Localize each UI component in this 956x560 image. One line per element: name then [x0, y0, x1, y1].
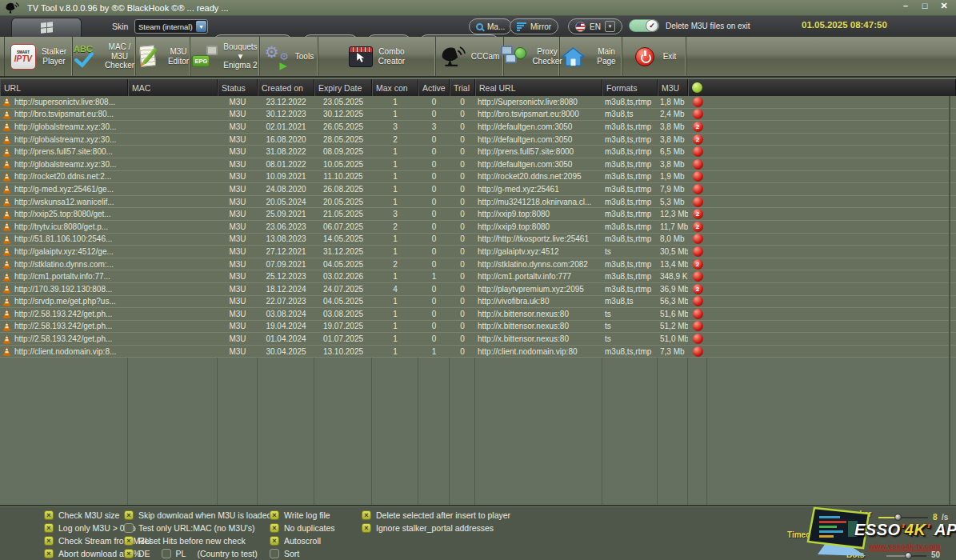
- cell-created: 24.08.2020: [258, 183, 314, 195]
- column-header-active[interactable]: Active: [418, 79, 450, 96]
- table-row[interactable]: http://2.58.193.242/get.ph...M3U03.08.20…: [0, 308, 956, 321]
- option-check-m3u-size[interactable]: ×Check M3U size: [44, 510, 119, 520]
- minimize-button[interactable]: –: [900, 1, 911, 11]
- option-write-log-file[interactable]: ×Write log file: [270, 510, 330, 520]
- cell-status: M3U: [218, 296, 258, 308]
- delete-m3u-toggle[interactable]: ✓: [629, 19, 659, 32]
- column-header-trial[interactable]: Trial: [450, 79, 475, 96]
- status-red-dot-2: 2: [693, 222, 703, 232]
- table-row[interactable]: http://170.39.192.130:808...M3U18.12.202…: [0, 283, 956, 296]
- language-select[interactable]: EN ▼: [568, 18, 622, 34]
- checkbox-unchecked[interactable]: ×: [162, 549, 171, 558]
- ribbon-button-tools[interactable]: ⚙⚙▶Tools: [260, 37, 318, 76]
- ribbon-button-label: M3UEditor: [168, 47, 189, 66]
- ribbon-button-stalker-player[interactable]: SMARTIPTVStalkerPlayer: [4, 37, 73, 76]
- checkbox-checked[interactable]: ×: [44, 523, 54, 533]
- column-header-indicator[interactable]: [688, 79, 956, 96]
- checkbox-checked[interactable]: ×: [362, 510, 371, 520]
- checkbox-checked[interactable]: ×: [124, 536, 134, 546]
- option-autoscroll[interactable]: ×Autoscroll: [270, 536, 321, 546]
- skin-select[interactable]: Steam (internal) ▼: [134, 19, 208, 34]
- cell-formats: m3u8,ts,rtmp: [602, 270, 658, 282]
- cell-trial: 0: [450, 196, 475, 208]
- skin-label: Skin: [112, 22, 128, 31]
- column-header-url[interactable]: URL: [0, 79, 128, 96]
- table-row[interactable]: http://globalstreamz.xyz:30...M3U02.01.2…: [0, 121, 956, 134]
- option-de[interactable]: ×DE×PL(Country to test): [124, 549, 258, 558]
- chevron-down-icon[interactable]: ▼: [196, 21, 206, 32]
- windows-tab[interactable]: [11, 18, 82, 37]
- cell-created: 10.09.2021: [258, 171, 314, 183]
- ribbon-button-bouquets-enigma2[interactable]: EPGBouquets▼Enigma 2: [190, 37, 260, 76]
- scrollbar-track[interactable]: [949, 96, 950, 505]
- mirror-button[interactable]: Mirror: [510, 18, 558, 34]
- option-sort[interactable]: ×Sort: [270, 549, 299, 558]
- table-row[interactable]: http://globalstreamz.xyz:30...M3U16.08.2…: [0, 134, 956, 146]
- option-test-only-url-mac-no-m3u-s[interactable]: ×Test only URL:MAC (no M3U's): [124, 523, 255, 533]
- column-header-created[interactable]: Created on: [258, 79, 314, 96]
- checkbox-checked[interactable]: ×: [270, 536, 279, 546]
- ribbon-button-cccam[interactable]: CCCam: [436, 37, 504, 76]
- checkbox-checked[interactable]: ×: [124, 510, 134, 520]
- option-no-duplicates[interactable]: ×No duplicates: [270, 523, 335, 533]
- column-header-status[interactable]: Status: [218, 79, 258, 96]
- ribbon-button-combo-creator[interactable]: ComboCreator: [318, 37, 436, 76]
- table-row[interactable]: http://srvdp.me/get.php?us...M3U22.07.20…: [0, 296, 956, 309]
- table-row[interactable]: http://bro.tsvipsmart.eu:80...M3U30.12.2…: [0, 109, 956, 122]
- slider-knob[interactable]: [894, 514, 902, 521]
- checkbox-checked[interactable]: ×: [44, 536, 54, 546]
- table-row[interactable]: http://prens.full57.site:800...M3U31.08.…: [0, 146, 956, 158]
- ribbon-button-proxy-checker[interactable]: ProxyChecker: [504, 37, 560, 76]
- table-row[interactable]: http://trytv.icu:8080/get.p...M3U23.06.2…: [0, 221, 956, 234]
- cell-created: 27.12.2021: [258, 246, 314, 258]
- close-button[interactable]: ✕: [938, 1, 950, 11]
- slider-knob[interactable]: [905, 552, 912, 559]
- table-row[interactable]: http://2.58.193.242/get.ph...M3U01.04.20…: [0, 333, 956, 346]
- ribbon-button-main-page[interactable]: Main Page: [560, 37, 622, 76]
- checkbox-checked[interactable]: ×: [44, 510, 54, 520]
- checkbox-checked[interactable]: ×: [362, 523, 371, 533]
- checkbox-checked[interactable]: ×: [44, 549, 54, 558]
- table-row[interactable]: http://wskunsa12.wanicelif...M3U20.05.20…: [0, 196, 956, 209]
- table-row[interactable]: http://galaiptv.xyz:4512/ge...M3U27.12.2…: [0, 246, 956, 258]
- table-row[interactable]: http://cm1.portaltv.info:77...M3U25.12.2…: [0, 270, 956, 283]
- table-row[interactable]: http://globalstreamz.xyz:30...M3U08.01.2…: [0, 158, 956, 171]
- checkbox-unchecked[interactable]: ×: [270, 549, 279, 558]
- column-header-formats[interactable]: Formats: [602, 79, 658, 96]
- checkbox-checked[interactable]: ×: [270, 523, 279, 533]
- table-row[interactable]: http://g-med.xyz:25461/ge...M3U24.08.202…: [0, 183, 956, 196]
- ma-button[interactable]: Ma...: [469, 18, 512, 34]
- option-delete-selected-after-insert-to-player[interactable]: ×Delete selected after insert to player: [362, 510, 510, 520]
- cell-trial: 0: [450, 246, 475, 258]
- table-row[interactable]: http://2.58.193.242/get.ph...M3U19.04.20…: [0, 321, 956, 334]
- chevron-down-icon[interactable]: ▼: [605, 21, 615, 32]
- checkbox-checked[interactable]: ×: [270, 510, 279, 520]
- column-header-max_con[interactable]: Max con: [372, 79, 418, 96]
- table-row[interactable]: http://supersonictv.live:808...M3U23.12.…: [0, 96, 956, 109]
- ribbon-button-m3u-editor[interactable]: M3UEditor: [136, 37, 190, 76]
- column-header-m3u_size[interactable]: M3U: [658, 79, 688, 96]
- ribbon-button-mac-m3u-checker[interactable]: ABCMAC / M3UChecker: [73, 37, 136, 76]
- maximize-button[interactable]: □: [919, 1, 930, 11]
- table-row[interactable]: http://51.81.106.100:2546...M3U13.08.202…: [0, 234, 956, 246]
- column-header-expiry[interactable]: Expiry Date: [314, 79, 372, 96]
- checkbox-checked[interactable]: ×: [124, 549, 134, 558]
- cell-status: M3U: [218, 121, 258, 133]
- status-red-dot-2: 2: [693, 134, 703, 145]
- option-ignore-stalker-portal-addresses[interactable]: ×Ignore stalker_portal addresses: [362, 523, 494, 533]
- option-reset-hits-before-new-check[interactable]: ×Reset Hits before new check: [124, 536, 246, 546]
- cell-real_url: http://http://tkosportz.live:25461: [475, 234, 602, 246]
- vlc-cone-icon: [2, 346, 11, 356]
- option-skip-download-when-m3u-is-loaded[interactable]: ×Skip download when M3U is loaded: [124, 510, 271, 520]
- table-row[interactable]: http://stklatino.dynns.com:...M3U07.09.2…: [0, 258, 956, 271]
- column-header-mac[interactable]: MAC: [128, 79, 218, 96]
- table-row[interactable]: http://rocket20.ddns.net:2...M3U10.09.20…: [0, 171, 956, 184]
- table-row[interactable]: http://client.nodomain.vip:8...M3U30.04.…: [0, 346, 956, 358]
- cell-indicator: 2: [688, 283, 707, 295]
- ribbon-button-exit[interactable]: Exit: [622, 37, 686, 76]
- bots-slider[interactable]: [886, 552, 926, 559]
- table-row[interactable]: http://xxip25.top:8080/get...M3U25.09.20…: [0, 208, 956, 221]
- column-header-real_url[interactable]: Real URL: [475, 79, 602, 96]
- checkbox-unchecked[interactable]: ×: [124, 523, 134, 533]
- option-log-only-m3u-0-kb[interactable]: ×Log only M3U > 0 kb: [44, 523, 136, 533]
